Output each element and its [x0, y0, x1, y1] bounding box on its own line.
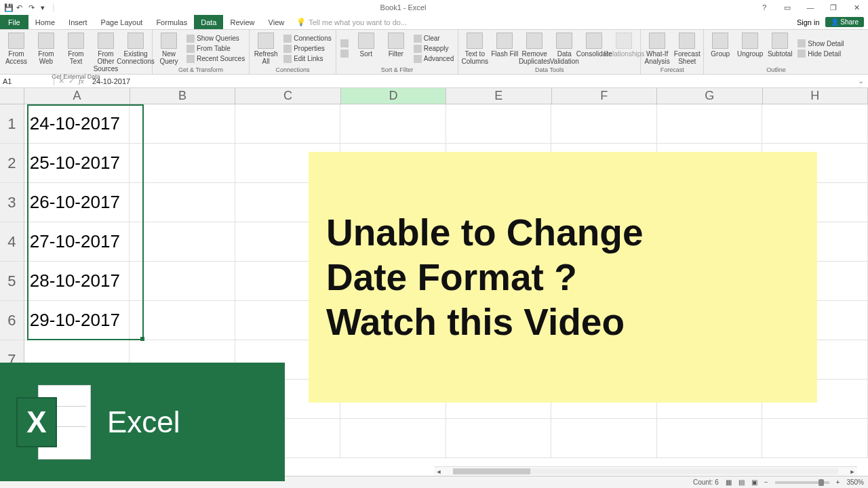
enter-icon[interactable]: ✓ [68, 77, 75, 85]
cell-B1[interactable] [130, 104, 235, 144]
cell-F9[interactable] [551, 419, 657, 458]
row-header-1[interactable]: 1 [0, 104, 24, 144]
zoom-slider[interactable] [775, 481, 829, 484]
consolidate-button[interactable]: Consolidate [580, 31, 608, 66]
filter-button[interactable]: Filter [382, 31, 410, 66]
col-header-E[interactable]: E [446, 88, 551, 104]
cell-G9[interactable] [657, 419, 763, 458]
zoom-out-icon[interactable]: − [764, 479, 768, 486]
col-header-H[interactable]: H [763, 88, 868, 104]
from-table-button[interactable]: From Table [185, 44, 246, 54]
view-normal-icon[interactable]: ▦ [726, 479, 732, 486]
col-header-F[interactable]: F [552, 88, 657, 104]
tab-formulas[interactable]: Formulas [149, 15, 194, 29]
row-header-4[interactable]: 4 [0, 222, 24, 262]
sort-button[interactable]: Sort [353, 31, 380, 66]
col-header-A[interactable]: A [24, 88, 130, 104]
col-header-D[interactable]: D [341, 88, 446, 104]
connections-button[interactable]: Connections [282, 34, 333, 43]
help-icon[interactable]: ? [753, 0, 776, 15]
remove-duplicates-button[interactable]: Remove Duplicates [521, 31, 548, 66]
tab-data[interactable]: Data [194, 15, 223, 29]
text-to-columns-button[interactable]: Text to Columns [461, 31, 488, 66]
edit-links-button[interactable]: Edit Links [282, 54, 333, 64]
cell-B5[interactable] [130, 262, 235, 301]
from-other-sources-button[interactable]: From Other Sources [92, 31, 119, 73]
sort-za-button[interactable] [339, 49, 350, 58]
row-header-3[interactable]: 3 [0, 183, 24, 222]
properties-button[interactable]: Properties [282, 44, 333, 54]
sort-az-button[interactable] [339, 39, 350, 48]
cell-A2[interactable]: 25-10-2017 [24, 144, 130, 183]
whatif-button[interactable]: What-If Analysis [644, 31, 671, 66]
cancel-icon[interactable]: ✕ [58, 77, 64, 85]
expand-formula-bar-icon[interactable]: ⌄ [854, 77, 868, 85]
subtotal-button[interactable]: Subtotal [766, 31, 793, 66]
row-header-2[interactable]: 2 [0, 144, 24, 183]
recent-sources-button[interactable]: Recent Sources [185, 54, 246, 64]
col-header-B[interactable]: B [130, 88, 235, 104]
from-text-button[interactable]: From Text [62, 31, 90, 73]
advanced-button[interactable]: Advanced [412, 54, 455, 64]
col-header-C[interactable]: C [235, 88, 340, 104]
cell-A3[interactable]: 26-10-2017 [24, 183, 130, 222]
undo-icon[interactable]: ↶ [16, 3, 24, 12]
cell-A6[interactable]: 29-10-2017 [24, 301, 130, 340]
row-header-5[interactable]: 5 [0, 262, 24, 301]
tab-home[interactable]: Home [28, 15, 62, 29]
zoom-in-icon[interactable]: + [836, 479, 840, 486]
tab-file[interactable]: File [0, 15, 28, 29]
ribbon-options-icon[interactable]: ▭ [776, 0, 799, 15]
cell-A5[interactable]: 28-10-2017 [24, 262, 130, 301]
relationships-button[interactable]: Relationships [610, 31, 637, 66]
name-box[interactable]: A1 [0, 77, 54, 85]
row-header-6[interactable]: 6 [0, 301, 24, 340]
from-web-button[interactable]: From Web [33, 31, 60, 73]
tab-page-layout[interactable]: Page Layout [94, 15, 150, 29]
select-all-corner[interactable] [0, 88, 24, 104]
existing-connections-button[interactable]: Existing Connections [122, 31, 149, 73]
sign-in-link[interactable]: Sign in [797, 18, 820, 26]
cell-H1[interactable] [762, 104, 868, 144]
cell-H9[interactable] [762, 419, 868, 458]
cell-B4[interactable] [130, 222, 235, 262]
cell-B3[interactable] [130, 183, 235, 222]
quick-access-toolbar[interactable]: 💾 ↶ ↷ ▾ [0, 3, 54, 12]
scroll-thumb[interactable] [453, 468, 530, 474]
save-icon[interactable]: 💾 [4, 3, 12, 12]
maximize-icon[interactable]: ❐ [822, 0, 845, 15]
fx-icon[interactable]: fx [79, 77, 84, 85]
cell-D1[interactable] [340, 104, 446, 144]
scroll-right-icon[interactable]: ► [848, 467, 857, 476]
hide-detail-button[interactable]: Hide Detail [796, 49, 845, 58]
minimize-icon[interactable]: — [799, 0, 822, 15]
cell-B6[interactable] [130, 301, 235, 340]
tab-review[interactable]: Review [223, 15, 261, 29]
group-button[interactable]: Group [707, 31, 734, 66]
cell-D9[interactable] [340, 419, 446, 458]
cell-C1[interactable] [235, 104, 341, 144]
tab-insert[interactable]: Insert [62, 15, 94, 29]
zoom-level[interactable]: 350% [846, 479, 864, 486]
close-icon[interactable]: ✕ [845, 0, 868, 15]
cell-A1[interactable]: 24-10-2017 [24, 104, 130, 144]
horizontal-scrollbar[interactable]: ◄ ► [434, 466, 857, 476]
view-page-break-icon[interactable]: ▣ [751, 479, 757, 486]
share-button[interactable]: 👤 Share [825, 17, 864, 27]
col-header-G[interactable]: G [657, 88, 762, 104]
forecast-sheet-button[interactable]: Forecast Sheet [673, 31, 701, 66]
cell-F1[interactable] [551, 104, 657, 144]
redo-icon[interactable]: ↷ [28, 3, 37, 12]
data-validation-button[interactable]: Data Validation [551, 31, 578, 66]
view-page-layout-icon[interactable]: ▤ [738, 479, 745, 486]
show-queries-button[interactable]: Show Queries [185, 34, 246, 43]
tell-me-search[interactable]: 💡 Tell me what you want to do... [291, 15, 412, 29]
qat-dropdown-icon[interactable]: ▾ [41, 3, 49, 12]
show-detail-button[interactable]: Show Detail [796, 39, 845, 48]
clear-button[interactable]: Clear [412, 34, 455, 43]
new-query-button[interactable]: New Query [155, 31, 182, 66]
ungroup-button[interactable]: Ungroup [736, 31, 764, 66]
reapply-button[interactable]: Reapply [412, 44, 455, 54]
from-access-button[interactable]: From Access [3, 31, 30, 73]
flash-fill-button[interactable]: Flash Fill [491, 31, 518, 66]
